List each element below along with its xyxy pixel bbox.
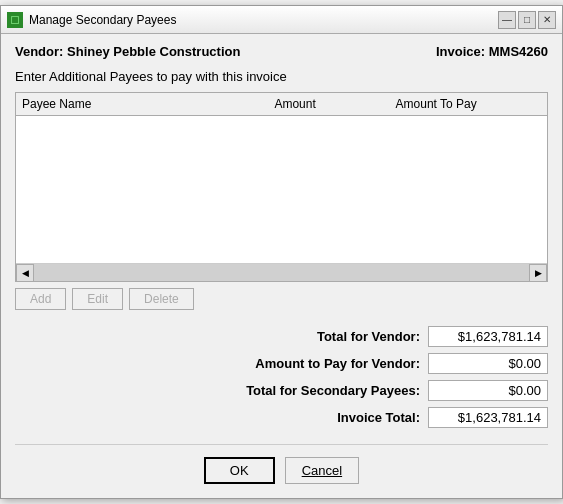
- invoice-number: MMS4260: [489, 44, 548, 59]
- total-secondary-value: $0.00: [428, 380, 548, 401]
- vendor-info: Vendor: Shiney Pebble Construction: [15, 44, 240, 59]
- payees-table: Payee Name Amount Amount To Pay ◀ ▶: [15, 92, 548, 282]
- amount-to-pay-row: Amount to Pay for Vendor: $0.00: [200, 353, 548, 374]
- add-button[interactable]: Add: [15, 288, 66, 310]
- invoice-total-value: $1,623,781.14: [428, 407, 548, 428]
- total-vendor-value: $1,623,781.14: [428, 326, 548, 347]
- close-button[interactable]: ✕: [538, 11, 556, 29]
- maximize-button[interactable]: □: [518, 11, 536, 29]
- col-payee-name: Payee Name: [22, 97, 264, 111]
- col-amount: Amount: [264, 97, 395, 111]
- amount-to-pay-label: Amount to Pay for Vendor:: [200, 356, 420, 371]
- total-secondary-row: Total for Secondary Payees: $0.00: [200, 380, 548, 401]
- footer-buttons: OK Cancel: [15, 444, 548, 484]
- col-amount-to-pay: Amount To Pay: [396, 97, 541, 111]
- svg-rect-2: [12, 17, 18, 23]
- content-area: Vendor: Shiney Pebble Construction Invoi…: [1, 34, 562, 498]
- scroll-left-button[interactable]: ◀: [16, 264, 34, 282]
- main-window: Manage Secondary Payees — □ ✕ Vendor: Sh…: [0, 5, 563, 499]
- vendor-name: Shiney Pebble Construction: [67, 44, 240, 59]
- window-title: Manage Secondary Payees: [29, 13, 492, 27]
- vendor-row: Vendor: Shiney Pebble Construction Invoi…: [15, 44, 548, 59]
- scroll-right-button[interactable]: ▶: [529, 264, 547, 282]
- invoice-info: Invoice: MMS4260: [436, 44, 548, 59]
- invoice-label: Invoice:: [436, 44, 485, 59]
- ok-button[interactable]: OK: [204, 457, 275, 484]
- title-bar: Manage Secondary Payees — □ ✕: [1, 6, 562, 34]
- window-icon: [7, 12, 23, 28]
- summary-section: Total for Vendor: $1,623,781.14 Amount t…: [15, 326, 548, 428]
- invoice-total-row: Invoice Total: $1,623,781.14: [200, 407, 548, 428]
- crud-button-row: Add Edit Delete: [15, 288, 548, 310]
- edit-button[interactable]: Edit: [72, 288, 123, 310]
- total-vendor-row: Total for Vendor: $1,623,781.14: [200, 326, 548, 347]
- amount-to-pay-value: $0.00: [428, 353, 548, 374]
- table-header: Payee Name Amount Amount To Pay: [16, 93, 547, 116]
- horizontal-scrollbar[interactable]: ◀ ▶: [16, 263, 547, 281]
- invoice-total-label: Invoice Total:: [200, 410, 420, 425]
- delete-button[interactable]: Delete: [129, 288, 194, 310]
- vendor-label: Vendor:: [15, 44, 63, 59]
- cancel-button[interactable]: Cancel: [285, 457, 359, 484]
- table-body[interactable]: [16, 116, 547, 263]
- total-secondary-label: Total for Secondary Payees:: [200, 383, 420, 398]
- scrollbar-track[interactable]: [34, 264, 529, 281]
- window-controls: — □ ✕: [498, 11, 556, 29]
- instructions-text: Enter Additional Payees to pay with this…: [15, 69, 548, 84]
- minimize-button[interactable]: —: [498, 11, 516, 29]
- total-vendor-label: Total for Vendor:: [200, 329, 420, 344]
